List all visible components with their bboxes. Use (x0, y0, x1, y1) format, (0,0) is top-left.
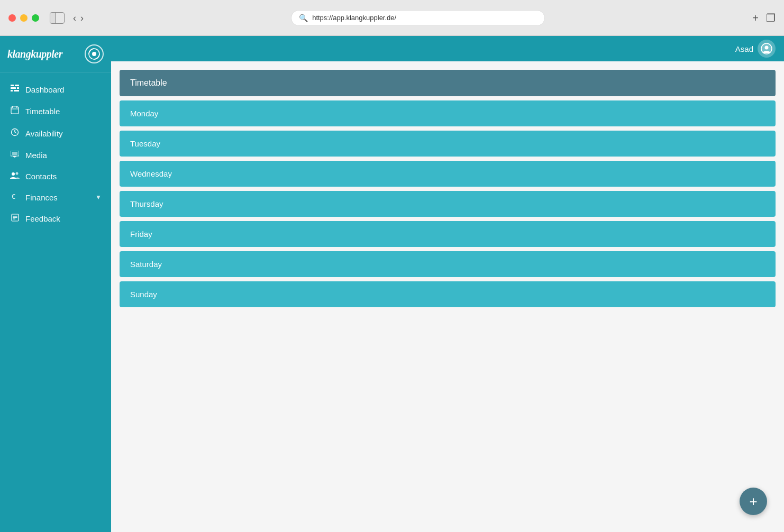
sidebar-toggle-button[interactable] (50, 12, 65, 24)
maximize-button[interactable] (32, 14, 39, 22)
svg-point-19 (12, 172, 15, 176)
sidebar-item-label: Feedback (25, 214, 102, 223)
app-topbar: Asad (111, 36, 784, 61)
feedback-icon (10, 214, 20, 224)
day-row-thursday[interactable]: Thursday (120, 191, 776, 217)
sidebar-item-label: Finances (25, 193, 90, 202)
svg-rect-3 (15, 85, 19, 86)
finances-dropdown-arrow: ▼ (95, 194, 102, 201)
new-tab-button[interactable]: + (752, 13, 759, 23)
user-name: Asad (735, 44, 753, 53)
logo-icon (85, 44, 104, 63)
svg-rect-8 (11, 107, 19, 114)
sidebar-nav: Dashboard Timetable (0, 72, 111, 532)
contacts-icon (10, 171, 20, 181)
svg-rect-16 (12, 152, 17, 155)
back-button[interactable]: ‹ (73, 13, 76, 23)
sidebar-item-timetable[interactable]: Timetable (0, 100, 111, 122)
svg-rect-2 (11, 85, 14, 86)
forward-button[interactable]: › (80, 13, 84, 23)
sidebar-item-media[interactable]: Media (0, 144, 111, 166)
search-icon: 🔍 (299, 14, 308, 22)
user-info: Asad (735, 40, 776, 58)
close-button[interactable] (8, 14, 16, 22)
sidebar-item-availability[interactable]: Availability (0, 122, 111, 144)
address-bar-wrap: 🔍 https://app.klangkuppler.de/ (90, 10, 746, 26)
user-avatar[interactable] (758, 40, 776, 58)
svg-rect-4 (11, 87, 16, 89)
sidebar: klangkuppler (0, 36, 111, 532)
svg-text:€: € (12, 192, 16, 200)
svg-line-14 (15, 132, 16, 133)
availability-icon (10, 128, 20, 139)
sidebar-toggle-right (56, 13, 64, 23)
add-button[interactable]: + (740, 488, 767, 515)
sidebar-item-contacts[interactable]: Contacts (0, 166, 111, 187)
sidebar-item-label: Dashboard (25, 85, 102, 94)
day-row-tuesday[interactable]: Tuesday (120, 131, 776, 157)
address-bar[interactable]: 🔍 https://app.klangkuppler.de/ (291, 10, 545, 26)
dashboard-icon (10, 85, 20, 94)
sidebar-header: klangkuppler (0, 36, 111, 72)
sidebar-item-label: Availability (25, 129, 102, 138)
svg-point-1 (92, 52, 96, 56)
sidebar-item-finances[interactable]: € Finances ▼ (0, 187, 111, 208)
url-display[interactable]: https://app.klangkuppler.de/ (312, 14, 537, 22)
timetable-icon (10, 106, 20, 116)
nav-arrows: ‹ › (73, 13, 84, 23)
browser-actions: + ❐ (752, 13, 776, 23)
day-row-friday[interactable]: Friday (120, 221, 776, 247)
media-icon (10, 150, 20, 160)
sidebar-item-dashboard[interactable]: Dashboard (0, 79, 111, 100)
svg-point-27 (765, 46, 769, 50)
finances-icon: € (10, 192, 20, 202)
sidebar-toggle-left (50, 13, 56, 23)
sidebar-item-label: Contacts (25, 172, 102, 181)
day-row-sunday[interactable]: Sunday (120, 281, 776, 307)
minimize-button[interactable] (20, 14, 28, 22)
day-row-monday[interactable]: Monday (120, 100, 776, 126)
traffic-lights (8, 14, 39, 22)
svg-rect-6 (11, 90, 13, 91)
timetable-page-title: Timetable (120, 70, 776, 96)
sidebar-item-feedback[interactable]: Feedback (0, 208, 111, 230)
svg-point-20 (16, 172, 19, 175)
sidebar-item-label: Timetable (25, 107, 102, 116)
browser-chrome: ‹ › 🔍 https://app.klangkuppler.de/ + ❐ (0, 0, 784, 36)
duplicate-tab-button[interactable]: ❐ (766, 13, 776, 23)
sidebar-item-label: Media (25, 151, 102, 160)
svg-rect-7 (14, 90, 19, 91)
logo-text: klangkuppler (7, 48, 62, 60)
main-content: Timetable Monday Tuesday Wednesday Thurs… (111, 61, 784, 532)
day-row-saturday[interactable]: Saturday (120, 251, 776, 277)
app-layout: klangkuppler (0, 36, 784, 532)
app-wrapper: Asad Timetable Monday Tuesday We (111, 36, 784, 532)
svg-rect-5 (17, 87, 19, 89)
day-row-wednesday[interactable]: Wednesday (120, 161, 776, 187)
